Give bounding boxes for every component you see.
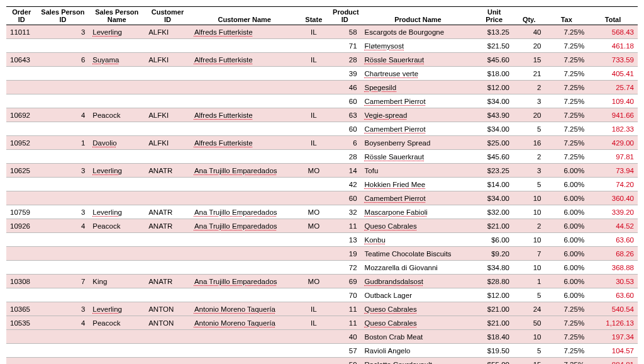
cell	[36, 178, 89, 191]
cell: 13	[329, 233, 361, 247]
cell: 461.18	[588, 39, 638, 53]
cell: $34.00	[475, 191, 513, 205]
cell	[191, 330, 299, 344]
cell: $9.20	[475, 247, 513, 261]
cell: 7.25%	[545, 53, 588, 67]
cell	[299, 178, 329, 191]
col-customer-id: CustomerID	[145, 7, 191, 25]
table-row: 40Boston Crab Meat$18.40107.25%197.34	[6, 330, 638, 344]
cell: $28.80	[475, 275, 513, 288]
cell: $12.00	[475, 81, 513, 94]
cell	[191, 288, 299, 302]
cell: Chartreuse verte	[361, 67, 475, 81]
cell	[6, 288, 36, 302]
table-body: 110113LeverlingALFKIAlfreds FutterkisteI…	[6, 25, 638, 364]
cell	[299, 150, 329, 164]
table-row: 60Camembert Pierrot$34.00106.00%360.40	[6, 191, 638, 205]
cell: 60	[329, 191, 361, 205]
cell	[36, 247, 89, 261]
cell: 1,126.13	[588, 316, 638, 330]
cell	[145, 150, 191, 164]
cell: 28	[329, 150, 361, 164]
cell	[145, 81, 191, 94]
cell: 7.25%	[545, 316, 588, 330]
report-table: OrderID Sales PersonID Sales PersonName …	[6, 6, 638, 364]
cell: 6.00%	[545, 233, 588, 247]
cell: $55.00	[475, 358, 513, 364]
cell: 109.40	[588, 94, 638, 108]
cell: 72	[329, 261, 361, 275]
cell	[145, 122, 191, 136]
cell	[145, 94, 191, 108]
cell	[6, 67, 36, 81]
cell	[191, 150, 299, 164]
cell	[89, 261, 145, 275]
cell: 3	[36, 25, 89, 39]
cell: 11011	[6, 25, 36, 39]
table-row: 60Camembert Pierrot$34.0057.25%182.33	[6, 122, 638, 136]
cell: $34.00	[475, 94, 513, 108]
cell	[6, 150, 36, 164]
cell	[36, 288, 89, 302]
cell: 7.25%	[545, 122, 588, 136]
cell: 42	[329, 178, 361, 191]
cell	[89, 67, 145, 81]
cell	[145, 247, 191, 261]
cell: Ravioli Angelo	[361, 344, 475, 358]
cell: $32.00	[475, 205, 513, 219]
cell	[36, 233, 89, 247]
cell: 10365	[6, 302, 36, 316]
cell: $21.50	[475, 39, 513, 53]
cell: $34.80	[475, 261, 513, 275]
cell: Queso Cabrales	[361, 219, 475, 233]
cell: 70	[329, 288, 361, 302]
table-row: 106253LeverlingANATRAna Trujillo Empared…	[6, 164, 638, 178]
cell: Leverling	[89, 25, 145, 39]
cell: 2	[513, 219, 545, 233]
cell: 3	[36, 302, 89, 316]
cell: 10	[513, 191, 545, 205]
cell	[145, 261, 191, 275]
table-row: 13Konbu$6.00106.00%63.60	[6, 233, 638, 247]
cell	[36, 344, 89, 358]
cell: 5	[513, 288, 545, 302]
cell	[299, 122, 329, 136]
col-customer-name: Customer Name	[191, 7, 299, 25]
cell: 7.25%	[545, 67, 588, 81]
cell	[299, 261, 329, 275]
table-row: 109521DavolioALFKIAlfreds FutterkisteIL6…	[6, 136, 638, 150]
cell	[89, 330, 145, 344]
cell: Alfreds Futterkiste	[191, 53, 299, 67]
cell: Outback Lager	[361, 288, 475, 302]
cell	[191, 233, 299, 247]
cell: $14.00	[475, 178, 513, 191]
cell: ANTON	[145, 302, 191, 316]
cell: Gudbrandsdalsost	[361, 275, 475, 288]
cell	[299, 191, 329, 205]
cell: 182.33	[588, 122, 638, 136]
cell: 60	[329, 122, 361, 136]
cell: 4	[36, 219, 89, 233]
cell: 4	[36, 316, 89, 330]
table-row: 106924PeacockALFKIAlfreds FutterkisteIL6…	[6, 108, 638, 122]
cell: 57	[329, 344, 361, 358]
cell: 7	[513, 247, 545, 261]
cell	[299, 39, 329, 53]
cell	[191, 358, 299, 364]
table-row: 109264PeacockANATRAna Trujillo Emparedad…	[6, 219, 638, 233]
cell	[89, 358, 145, 364]
cell	[89, 178, 145, 191]
cell: 25.74	[588, 81, 638, 94]
cell	[191, 67, 299, 81]
cell	[145, 67, 191, 81]
cell: IL	[299, 316, 329, 330]
cell	[36, 150, 89, 164]
cell: MO	[299, 164, 329, 178]
cell	[299, 67, 329, 81]
cell: 5	[513, 344, 545, 358]
col-product-id: ProductID	[329, 7, 361, 25]
cell	[89, 247, 145, 261]
cell: $43.90	[475, 108, 513, 122]
cell	[89, 191, 145, 205]
cell: 10	[513, 233, 545, 247]
